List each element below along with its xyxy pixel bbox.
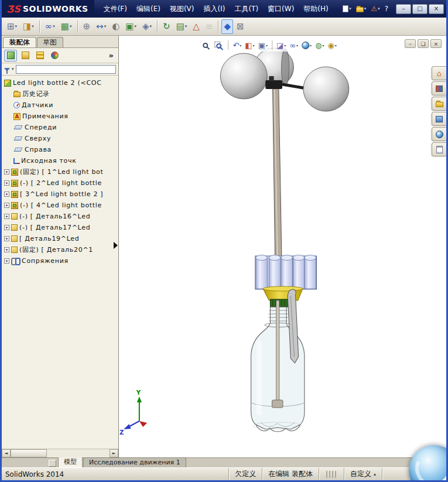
expander-icon[interactable] bbox=[4, 180, 9, 186]
filter-input[interactable] bbox=[16, 65, 116, 74]
tree-item-part-20[interactable]: (固定) [ Деталь20^1 bbox=[2, 244, 118, 255]
edit-component-button[interactable]: ◨ ▾ bbox=[20, 19, 36, 34]
instant3d-button[interactable]: ◆ ▾ bbox=[221, 19, 233, 34]
menu-tools[interactable]: 工具(T) bbox=[230, 2, 263, 16]
dropdown-arrow-icon[interactable]: ▾ bbox=[15, 24, 18, 29]
tree-root-assembly[interactable]: Led light bottle 2 (<СОС bbox=[2, 77, 118, 88]
tree-item-sensors[interactable]: Датчики bbox=[2, 100, 118, 111]
dropdown-arrow-icon[interactable]: ▾ bbox=[310, 43, 312, 47]
design-library-tab[interactable] bbox=[432, 81, 446, 95]
assembly-features-button[interactable]: ▣ ▾ bbox=[123, 19, 139, 34]
view-palette-tab[interactable] bbox=[432, 112, 446, 126]
insert-components-button[interactable]: ⊞ ▾ bbox=[5, 19, 19, 34]
tree-item-mates[interactable]: Сопряжения bbox=[2, 255, 118, 266]
configuration-manager-tab[interactable] bbox=[33, 50, 46, 61]
dropdown-arrow-icon[interactable]: ▾ bbox=[349, 6, 351, 11]
tree-item-right-plane[interactable]: Справа bbox=[2, 144, 118, 155]
dropdown-arrow-icon[interactable]: ▾ bbox=[322, 43, 324, 47]
file-explorer-tab[interactable] bbox=[432, 97, 446, 111]
explode-line-sketch-button[interactable]: ≡ ▾ bbox=[203, 19, 216, 34]
tree-item-component-1[interactable]: (固定) [ 1^Led light bot bbox=[2, 166, 118, 177]
menu-edit[interactable]: 编辑(E) bbox=[132, 2, 165, 16]
expander-icon[interactable] bbox=[4, 192, 9, 197]
tab-sketch[interactable]: 草图 bbox=[37, 37, 63, 47]
expander-icon[interactable] bbox=[4, 225, 9, 230]
expander-icon[interactable] bbox=[4, 247, 9, 252]
mate-button[interactable]: ∞ ▾ bbox=[43, 19, 57, 34]
scroll-right-arrow[interactable]: ► bbox=[110, 449, 118, 457]
new-document-button[interactable]: ▾ bbox=[341, 4, 353, 13]
edit-appearance-button[interactable]: ▾ bbox=[300, 39, 313, 51]
custom-status-button[interactable]: 自定义 ▴ bbox=[344, 468, 382, 480]
tree-item-component-2[interactable]: (-) [ 2^Led light bottle bbox=[2, 177, 118, 189]
exploded-view-button[interactable]: △ ▾ bbox=[190, 19, 202, 34]
dropdown-arrow-icon[interactable]: ▾ bbox=[185, 24, 187, 29]
appearances-scenes-tab[interactable] bbox=[432, 127, 446, 141]
dropdown-arrow-icon[interactable]: ▾ bbox=[335, 43, 337, 47]
hide-show-items-button[interactable]: ∞ ▾ bbox=[288, 39, 299, 51]
expander-icon[interactable] bbox=[4, 236, 9, 241]
model-3d[interactable]: Y Z bbox=[119, 36, 446, 457]
open-document-button[interactable]: ▾ bbox=[354, 4, 368, 13]
minimize-button[interactable]: – bbox=[396, 4, 411, 14]
zoom-to-area-button[interactable]: ▾ bbox=[213, 39, 225, 51]
feature-tree-flyout-arrow[interactable] bbox=[114, 242, 118, 249]
menu-window[interactable]: 窗口(W) bbox=[263, 2, 299, 16]
view-settings-button[interactable]: ◉ ▾ bbox=[326, 39, 337, 51]
solidworks-resources-tab[interactable]: ⌂ bbox=[432, 66, 446, 80]
menu-view[interactable]: 视图(V) bbox=[165, 2, 199, 16]
expander-icon[interactable] bbox=[4, 214, 9, 219]
display-manager-tab[interactable] bbox=[48, 50, 61, 61]
bottle-cap[interactable] bbox=[263, 286, 303, 307]
new-motion-study-button[interactable]: ↻ ▾ bbox=[160, 19, 173, 34]
menu-file[interactable]: 文件(F) bbox=[99, 2, 132, 16]
doc-minimize-button[interactable]: – bbox=[405, 39, 416, 48]
bill-of-materials-button[interactable]: ▤ ▾ bbox=[174, 19, 190, 34]
scroll-track[interactable] bbox=[11, 449, 110, 457]
show-hidden-components-button[interactable]: ◐ ▾ bbox=[110, 19, 122, 34]
tree-item-origin[interactable]: Исходная точк bbox=[2, 155, 118, 166]
tree-item-component-4[interactable]: (-) [ 4^Led light bottle bbox=[2, 200, 118, 211]
dropdown-arrow-icon[interactable]: ▾ bbox=[53, 24, 55, 29]
rotor-shaft[interactable] bbox=[273, 87, 282, 258]
tree-item-part-17[interactable]: (-) [ Деталь17^Led bbox=[2, 222, 118, 233]
smart-fasteners-button[interactable]: ⊕ ▾ bbox=[81, 19, 93, 34]
anemometer-cups[interactable] bbox=[220, 48, 348, 111]
close-button[interactable]: × bbox=[429, 4, 444, 14]
dropdown-arrow-icon[interactable]: ▾ bbox=[104, 24, 107, 29]
scroll-thumb[interactable] bbox=[11, 449, 47, 457]
model-tab[interactable]: 模型 bbox=[58, 456, 83, 467]
tree-item-history[interactable]: 历史记录 bbox=[2, 88, 118, 100]
dropdown-arrow-icon[interactable]: ▾ bbox=[240, 43, 241, 47]
dropdown-arrow-icon[interactable]: ▾ bbox=[253, 43, 255, 47]
expander-icon[interactable] bbox=[4, 258, 9, 264]
tab-assembly[interactable]: 装配体 bbox=[3, 37, 36, 47]
display-style-button[interactable]: ◪ ▾ bbox=[275, 39, 287, 51]
tree-item-part-19[interactable]: [ Деталь19^Led bbox=[2, 233, 118, 244]
tree-item-top-plane[interactable]: Сверху bbox=[2, 133, 118, 144]
move-component-button[interactable]: ↔ ▾ bbox=[94, 19, 108, 34]
expander-icon[interactable] bbox=[4, 169, 9, 175]
menu-help[interactable]: 帮助(H) bbox=[299, 2, 333, 16]
dropdown-arrow-icon[interactable]: ▾ bbox=[364, 6, 367, 11]
dropdown-arrow-icon[interactable]: ▾ bbox=[284, 43, 286, 47]
section-view-button[interactable]: ◧ ▾ bbox=[244, 39, 255, 51]
motion-study-tab[interactable]: Исследование движения 1 bbox=[83, 457, 186, 467]
interference-detection-button[interactable]: ⊠ ▾ bbox=[234, 19, 247, 34]
graphics-area[interactable]: ▾ ▾ ↶ ▾ ◧ ▾ ▣ ▾ ◪ ▾ bbox=[119, 36, 446, 457]
previous-view-button[interactable]: ↶ ▾ bbox=[231, 39, 242, 51]
solidworks-alert-button[interactable]: ⚠ ▾ bbox=[369, 4, 381, 14]
feature-manager-tab[interactable] bbox=[4, 50, 17, 61]
maximize-button[interactable]: □ bbox=[412, 4, 428, 14]
reference-geometry-button[interactable]: ◈ ▾ bbox=[140, 19, 154, 34]
custom-properties-tab[interactable] bbox=[432, 142, 446, 156]
dropdown-arrow-icon[interactable]: ▾ bbox=[150, 24, 152, 29]
panel-overflow-chevron[interactable]: » bbox=[107, 51, 116, 60]
component-pattern-button[interactable]: ▦ ▾ bbox=[59, 19, 74, 34]
filter-dropdown-icon[interactable]: ▾ bbox=[12, 67, 14, 71]
dropdown-arrow-icon[interactable]: ▾ bbox=[266, 43, 268, 47]
expander-icon[interactable] bbox=[4, 203, 9, 208]
menu-insert[interactable]: 插入(I) bbox=[199, 2, 230, 16]
tree-item-front-plane[interactable]: Спереди bbox=[2, 122, 118, 133]
dropdown-arrow-icon[interactable]: ▾ bbox=[134, 24, 136, 29]
